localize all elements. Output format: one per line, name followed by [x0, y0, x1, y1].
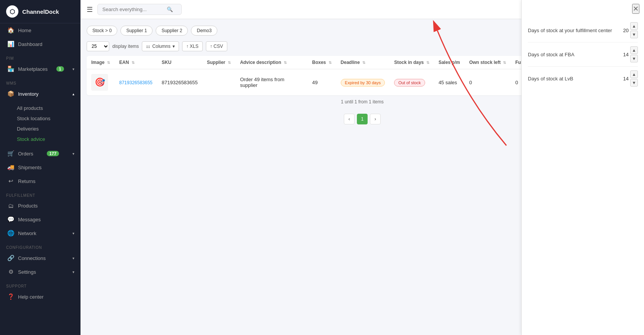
- prev-page-button[interactable]: ‹: [344, 114, 355, 124]
- sidebar-item-marketplaces[interactable]: 🏪 Marketplaces 1 ▾: [0, 62, 80, 76]
- csv-label: ↑ CSV: [210, 44, 223, 49]
- sidebar-item-label: Shipments: [18, 165, 41, 170]
- filter-supplier2[interactable]: Supplier 2: [156, 26, 188, 36]
- panel-close-button[interactable]: ✕: [632, 4, 639, 14]
- next-page-button[interactable]: ›: [370, 114, 381, 124]
- sidebar-item-deliveries[interactable]: Deliveries: [17, 124, 80, 134]
- columns-icon: ⚏: [146, 44, 150, 49]
- col-sales-pm: Sales p/m: [434, 56, 465, 69]
- dashboard-icon: 📊: [7, 41, 14, 47]
- marketplaces-badge: 1: [56, 66, 64, 72]
- shipments-icon: 🚚: [7, 164, 14, 171]
- sidebar-item-label: Marketplaces: [18, 66, 48, 72]
- search-input[interactable]: [102, 7, 164, 12]
- sidebar-item-orders[interactable]: 🛒 Orders 177 ▾: [0, 147, 80, 160]
- hamburger-button[interactable]: ☰: [87, 5, 93, 14]
- app-logo: ⬡ ChannelDock: [0, 0, 80, 23]
- sidebar-item-connections[interactable]: 🔗 Connections ▾: [0, 251, 80, 265]
- product-image: 🎯: [91, 74, 108, 91]
- logo-icon: ⬡: [6, 5, 18, 18]
- columns-label: Columns: [152, 44, 170, 49]
- page-1-button[interactable]: 1: [357, 114, 368, 124]
- panel-label-fulfillment-center: Days of stock at your fulfillment center: [528, 28, 613, 33]
- sidebar-item-all-products[interactable]: All products: [17, 103, 80, 113]
- panel-row-fba: Days of stock at FBA 14 ▲ ▼: [528, 42, 638, 67]
- sort-icon: ⇅: [362, 60, 365, 65]
- panel-value-lvb: 14: [618, 76, 629, 82]
- sidebar-item-stock-locations[interactable]: Stock locations: [17, 113, 80, 124]
- main-wrap: ☰ 🔍 Stock > 0 Supplier 1 Supplier 2 Demo…: [80, 0, 644, 335]
- sort-icon: ⇅: [131, 60, 135, 65]
- columns-button[interactable]: ⚏ Columns ▾: [142, 41, 179, 51]
- panel-spinner-fulfillment: 20 ▲ ▼: [618, 22, 638, 38]
- col-boxes: Boxes ⇅: [307, 56, 336, 69]
- inventory-icon: 📦: [7, 90, 14, 97]
- sidebar-item-help-center[interactable]: ❓ Help center: [0, 290, 80, 304]
- sidebar-item-products[interactable]: 🗂 Products: [0, 199, 80, 212]
- sort-icon: ⇅: [284, 60, 287, 65]
- xls-export-button[interactable]: ↑ XLS: [182, 41, 203, 51]
- sort-icon: ⇅: [426, 60, 429, 65]
- spin-wrap-lvb: ▲ ▼: [630, 70, 638, 87]
- items-per-page-select[interactable]: 25 50 100: [87, 41, 109, 51]
- chevron-down-icon: ▾: [172, 44, 175, 49]
- out-of-stock-badge: Out of stock: [394, 79, 425, 87]
- cell-boxes: 49: [307, 69, 336, 96]
- sidebar-item-settings[interactable]: ⚙ Settings ▾: [0, 265, 80, 279]
- expired-badge: Expired by 30 days: [341, 79, 385, 87]
- sidebar-item-label: Inventory: [18, 91, 38, 97]
- sidebar-item-label: Orders: [18, 151, 33, 157]
- sort-icon: ⇅: [228, 60, 231, 65]
- cell-own-stock-left: 0: [465, 69, 511, 96]
- filter-demo3[interactable]: Demo3: [191, 26, 217, 36]
- marketplaces-icon: 🏪: [7, 65, 14, 72]
- panel-value-fba: 14: [618, 52, 629, 57]
- spin-down-button[interactable]: ▼: [630, 31, 638, 38]
- sidebar-item-shipments[interactable]: 🚚 Shipments: [0, 160, 80, 174]
- panel-row-lvb: Days of stock at LvB 14 ▲ ▼: [528, 67, 638, 90]
- sidebar-item-label: Settings: [18, 269, 36, 275]
- chevron-up-icon: ▴: [72, 92, 74, 96]
- filter-stock-gt-0[interactable]: Stock > 0: [87, 26, 117, 36]
- sidebar-item-dashboard[interactable]: 📊 Dashboard: [0, 37, 80, 51]
- col-advice-description: Advice description ⇅: [235, 56, 307, 69]
- sidebar-item-stock-advice[interactable]: Stock advice: [17, 134, 80, 144]
- right-panel: ✕ Days of stock at your fulfillment cent…: [521, 0, 644, 335]
- filter-supplier1[interactable]: Supplier 1: [120, 26, 153, 36]
- col-own-stock-left: Own stock left ⇅: [465, 56, 511, 69]
- spin-wrap-fba: ▲ ▼: [630, 46, 638, 62]
- sort-icon: ⇅: [107, 60, 110, 65]
- cell-sku: 8719326583655: [157, 69, 202, 96]
- cell-advice-description: Order 49 items from supplier: [235, 69, 307, 96]
- col-image: Image ⇅: [87, 56, 115, 69]
- settings-icon: ⚙: [7, 268, 14, 275]
- csv-export-button[interactable]: ↑ CSV: [206, 41, 227, 51]
- spin-down-lvb-button[interactable]: ▼: [630, 79, 638, 87]
- spin-up-button[interactable]: ▲: [630, 22, 638, 30]
- spin-up-fba-button[interactable]: ▲: [630, 46, 638, 54]
- cell-ean: 8719326583655: [115, 69, 157, 96]
- sidebar-item-messages[interactable]: 💬 Messages: [0, 212, 80, 226]
- messages-icon: 💬: [7, 216, 14, 223]
- sidebar-item-label: Messages: [18, 217, 41, 222]
- sidebar-item-home[interactable]: 🏠 Home: [0, 23, 80, 37]
- spin-down-fba-button[interactable]: ▼: [630, 55, 638, 62]
- app-name: ChannelDock: [22, 8, 59, 15]
- cell-stock-in-days: Out of stock: [389, 69, 434, 96]
- panel-value-fulfillment: 20: [618, 28, 629, 33]
- col-ean: EAN ⇅: [115, 56, 157, 69]
- ean-link[interactable]: 8719326583655: [119, 80, 153, 85]
- help-icon: ❓: [7, 293, 14, 300]
- section-wms: WMS: [0, 76, 80, 87]
- panel-spinner-lvb: 14 ▲ ▼: [618, 70, 638, 87]
- items-per-page-select-wrap: 25 50 100: [87, 41, 109, 51]
- sidebar-item-returns[interactable]: ↩ Returns: [0, 174, 80, 188]
- sidebar-item-network[interactable]: 🌐 Network ▾: [0, 226, 80, 240]
- spin-wrap: ▲ ▼: [630, 22, 638, 38]
- products-icon: 🗂: [7, 203, 14, 209]
- sidebar-item-inventory[interactable]: 📦 Inventory ▴: [0, 87, 80, 101]
- home-icon: 🏠: [7, 27, 14, 34]
- spin-up-lvb-button[interactable]: ▲: [630, 70, 638, 78]
- chevron-down-icon: ▾: [72, 231, 74, 235]
- inventory-submenu: All products Stock locations Deliveries …: [0, 101, 80, 147]
